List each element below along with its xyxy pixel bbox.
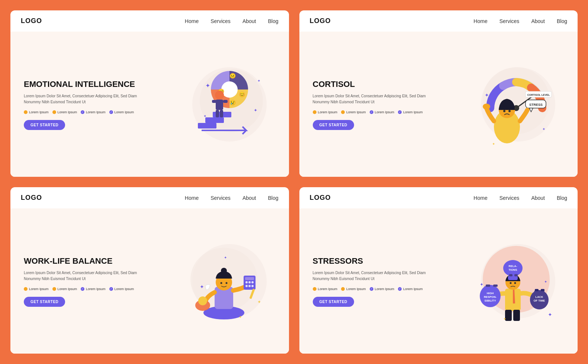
svg-rect-45 — [245, 277, 254, 280]
nav-blog-emotional[interactable]: Blog — [268, 18, 278, 24]
nav-about-cortisol[interactable]: About — [531, 18, 545, 24]
dot-3: ✓ — [81, 110, 84, 114]
svg-rect-10 — [216, 100, 223, 110]
nav-links-stressors: Home Services About Blog — [473, 195, 567, 201]
logo-cortisol: LOGO — [310, 17, 331, 25]
cta-cortisol[interactable]: GET STARTED — [313, 120, 354, 130]
bullet-4-worklife: ✓ Lorem Ipsum — [109, 287, 134, 291]
svg-text:LACK: LACK — [536, 295, 543, 299]
svg-point-62 — [514, 282, 516, 284]
desc-emotional: Lorem Ipsum Dolor Sit Amet, Consectetuer… — [24, 93, 153, 105]
bullets-emotional: Lorem Ipsum Lorem Ipsum ✓ Lorem Ipsum ✓ … — [24, 110, 153, 114]
text-cortisol: CORTISOL Lorem Ipsum Dolor Sit Amet, Con… — [299, 32, 453, 177]
nav-blog-stressors[interactable]: Blog — [557, 195, 567, 201]
svg-text:STRESS: STRESS — [529, 103, 543, 107]
svg-text:✦: ✦ — [485, 92, 489, 98]
svg-text:OF TIME: OF TIME — [534, 299, 545, 302]
cta-worklife[interactable]: GET STARTED — [24, 297, 65, 307]
nav-services-cortisol[interactable]: Services — [499, 18, 520, 24]
svg-point-47 — [248, 281, 251, 283]
nav-links-cortisol: Home Services About Blog — [473, 18, 567, 24]
bullet-4-stressors: ✓ Lorem Ipsum — [398, 287, 423, 291]
svg-text:✦: ✦ — [548, 312, 552, 318]
bullet-1-emotional: Lorem Ipsum — [24, 110, 49, 114]
svg-text:SIBILITY: SIBILITY — [485, 299, 496, 302]
bullet-2-stressors: Lorem Ipsum — [341, 287, 366, 291]
illustration-cortisol: CORTISOL LEVEL STRESS — [433, 32, 578, 177]
svg-point-43 — [198, 296, 207, 305]
svg-point-39 — [221, 268, 227, 274]
title-worklife: WORK-LIFE BALANCE — [24, 256, 153, 266]
bullet-4-emotional: ✓ Lorem Ipsum — [109, 110, 134, 114]
cdot-1 — [313, 110, 317, 114]
bullet-3-emotional: ✓ Lorem Ipsum — [81, 110, 106, 114]
cdot-4: ✓ — [398, 110, 402, 114]
bullet-3-cortisol: ✓ Lorem Ipsum — [370, 110, 395, 114]
svg-text:✦: ✦ — [257, 79, 260, 83]
sdot-3: ✓ — [370, 287, 373, 291]
svg-rect-81 — [514, 274, 518, 276]
nav-blog-worklife[interactable]: Blog — [268, 195, 278, 201]
bullet-4-cortisol: ✓ Lorem Ipsum — [398, 110, 423, 114]
svg-point-46 — [245, 281, 248, 283]
nav-home-cortisol[interactable]: Home — [473, 18, 487, 24]
svg-rect-75 — [541, 289, 544, 291]
title-stressors: STRESSORS — [313, 256, 442, 266]
nav-links-worklife: Home Services About Blog — [185, 195, 279, 201]
svg-point-40 — [220, 282, 222, 284]
nav-blog-cortisol[interactable]: Blog — [557, 18, 567, 24]
desc-worklife: Lorem Ipsum Dolor Sit Amet, Consectetuer… — [24, 270, 153, 282]
text-emotional: EMOTIONAL INTELLIGENCE Lorem Ipsum Dolor… — [10, 32, 164, 177]
svg-point-51 — [251, 285, 254, 287]
stressors-svg: HIGH RESPON- SIBILITY LACK OF TIME — [453, 231, 557, 331]
desc-cortisol: Lorem Ipsum Dolor Sit Amet, Consectetuer… — [313, 93, 442, 105]
nav-about-emotional[interactable]: About — [242, 18, 256, 24]
svg-text:HIGH: HIGH — [487, 292, 494, 295]
sdot-1 — [313, 287, 317, 291]
dot-4: ✓ — [109, 110, 113, 114]
dot-1 — [24, 110, 28, 114]
cta-stressors[interactable]: GET STARTED — [313, 297, 354, 307]
nav-worklife: LOGO Home Services About Blog — [10, 187, 289, 208]
illustration-stressors: HIGH RESPON- SIBILITY LACK OF TIME — [433, 208, 578, 354]
nav-cortisol: LOGO Home Services About Blog — [299, 10, 578, 32]
cdot-3: ✓ — [370, 110, 373, 114]
illustration-emotional: 😐 😊 😢 😊 — [144, 32, 289, 177]
text-worklife: WORK-LIFE BALANCE Lorem Ipsum Dolor Sit … — [10, 208, 164, 354]
nav-about-worklife[interactable]: About — [242, 195, 256, 201]
svg-text:CORTISOL LEVEL: CORTISOL LEVEL — [527, 94, 550, 96]
nav-services-worklife[interactable]: Services — [211, 195, 231, 201]
svg-rect-14 — [220, 110, 223, 117]
wdot-4: ✓ — [109, 287, 113, 291]
text-stressors: STRESSORS Lorem Ipsum Dolor Sit Amet, Co… — [299, 208, 453, 354]
card-worklife: LOGO Home Services About Blog WORK-LIFE … — [10, 187, 289, 354]
nav-home-worklife[interactable]: Home — [185, 195, 199, 201]
nav-services-emotional[interactable]: Services — [211, 18, 231, 24]
logo-emotional: LOGO — [21, 17, 42, 25]
sdot-2 — [341, 287, 345, 291]
nav-home-emotional[interactable]: Home — [185, 18, 199, 24]
svg-point-41 — [225, 282, 227, 284]
svg-rect-74 — [535, 289, 539, 291]
bullet-2-emotional: Lorem Ipsum — [52, 110, 77, 114]
svg-point-29 — [503, 110, 505, 112]
content-cortisol: CORTISOL Lorem Ipsum Dolor Sit Amet, Con… — [299, 32, 578, 177]
content-stressors: STRESSORS Lorem Ipsum Dolor Sit Amet, Co… — [299, 208, 578, 354]
nav-about-stressors[interactable]: About — [531, 195, 545, 201]
nav-home-stressors[interactable]: Home — [473, 195, 487, 201]
card-cortisol: LOGO Home Services About Blog CORTISOL L… — [299, 10, 578, 177]
nav-services-stressors[interactable]: Services — [499, 195, 520, 201]
wdot-3: ✓ — [81, 287, 84, 291]
bullet-3-worklife: ✓ Lorem Ipsum — [81, 287, 106, 291]
svg-text:✦: ✦ — [205, 82, 210, 89]
svg-text:✦: ✦ — [503, 317, 506, 321]
content-worklife: WORK-LIFE BALANCE Lorem Ipsum Dolor Sit … — [10, 208, 289, 354]
bullets-worklife: Lorem Ipsum Lorem Ipsum ✓ Lorem Ipsum ✓ … — [24, 287, 153, 291]
svg-text:✦: ✦ — [257, 299, 261, 305]
svg-text:✦: ✦ — [544, 280, 547, 284]
svg-text:😐: 😐 — [229, 73, 236, 79]
card-stressors: LOGO Home Services About Blog STRESSORS … — [299, 187, 578, 354]
cta-emotional[interactable]: GET STARTED — [24, 120, 65, 130]
title-emotional: EMOTIONAL INTELLIGENCE — [24, 79, 153, 90]
svg-text:✦: ✦ — [200, 284, 204, 290]
